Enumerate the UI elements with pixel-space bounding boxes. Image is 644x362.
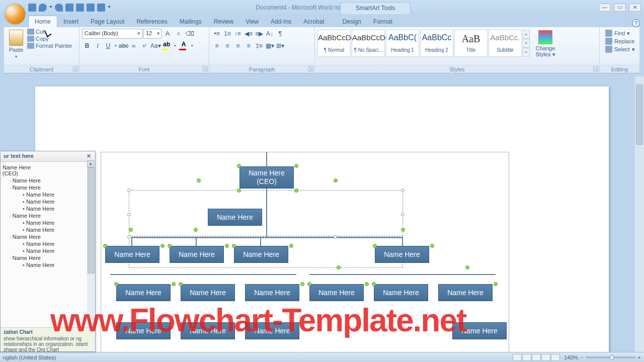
paragraph-launcher[interactable]: ↘	[308, 66, 313, 71]
align-right-button[interactable]: ≡	[233, 41, 243, 51]
tab-insert[interactable]: Insert	[57, 16, 85, 27]
resize-handle[interactable]	[372, 282, 376, 286]
tab-design[interactable]: Design	[337, 16, 367, 27]
tab-acrobat[interactable]: Acrobat	[297, 16, 330, 27]
node-row2[interactable]: Name Here	[170, 246, 224, 263]
node-row3[interactable]: Name Here	[309, 284, 364, 301]
resize-handle[interactable]	[225, 244, 229, 248]
node-row3[interactable]: Name Here	[116, 284, 171, 301]
justify-button[interactable]: ≡	[244, 41, 254, 51]
strikethrough-button[interactable]: abc	[118, 41, 128, 51]
resize-handle[interactable]	[300, 282, 304, 286]
resize-handle[interactable]	[494, 282, 498, 286]
smartart-canvas[interactable]: Name Here (CEO) Name Here Name Here Name…	[101, 152, 509, 353]
font-size-select[interactable]: 12	[143, 29, 162, 39]
tab-format[interactable]: Format	[367, 16, 398, 27]
text-pane-item[interactable]: Name Here	[1, 254, 95, 261]
status-language[interactable]: nglish (United States)	[3, 354, 56, 360]
node-ceo[interactable]: Name Here (CEO)	[239, 166, 294, 189]
style-normal[interactable]: AaBbCcDc¶ Normal	[317, 30, 351, 57]
change-styles-button[interactable]: Change Styles ▾	[533, 29, 558, 58]
selection-handle[interactable]	[334, 235, 337, 239]
save-icon[interactable]	[28, 4, 36, 12]
tab-home[interactable]: Home	[28, 16, 57, 27]
resize-handle[interactable]	[337, 265, 341, 269]
resize-handle[interactable]	[172, 282, 176, 286]
text-pane-item[interactable]: Name Here	[1, 233, 95, 240]
text-pane-root[interactable]: Name Here (CEO)	[1, 164, 95, 177]
underline-dropdown[interactable]: ▾	[114, 41, 118, 51]
resize-handle[interactable]	[168, 244, 172, 248]
undo-icon[interactable]	[39, 4, 47, 12]
zoom-out-button[interactable]: −	[580, 354, 583, 360]
node-assistant[interactable]: Name Here	[208, 209, 262, 226]
selection-handle[interactable]	[401, 213, 405, 216]
print-preview-icon[interactable]	[87, 4, 95, 12]
select-button[interactable]: Select ▾	[605, 46, 635, 53]
text-pane-item[interactable]: Name Here	[1, 261, 95, 268]
resize-handle[interactable]	[179, 282, 183, 286]
copy-button[interactable]: Copy	[27, 36, 72, 42]
shading-button[interactable]: ▦▾	[265, 41, 275, 51]
scroll-thumb[interactable]	[636, 84, 643, 145]
align-left-button[interactable]: ≡	[212, 41, 222, 51]
tab-page-layout[interactable]: Page Layout	[85, 16, 130, 27]
text-pane-item[interactable]: Name Here	[1, 212, 95, 219]
resize-handle[interactable]	[289, 244, 293, 248]
text-pane-item[interactable]: Name Here	[1, 184, 95, 191]
zoom-in-button[interactable]: +	[638, 354, 641, 360]
show-marks-button[interactable]: ¶	[275, 29, 285, 39]
text-pane-item[interactable]: Name Here	[1, 226, 95, 233]
font-launcher[interactable]: ↘	[203, 66, 208, 71]
help-icon[interactable]: ?	[632, 19, 640, 27]
replace-button[interactable]: Replace	[605, 38, 635, 45]
view-buttons[interactable]	[513, 354, 560, 361]
style-heading2[interactable]: AaBbCcHeading 2	[420, 30, 453, 57]
text-pane-item[interactable]: Name Here	[1, 191, 95, 198]
scroll-up-icon[interactable]: ▲	[87, 160, 94, 167]
qat-icon[interactable]	[65, 4, 73, 12]
resize-handle[interactable]	[114, 282, 118, 286]
numbering-button[interactable]: 1≡	[222, 29, 232, 39]
selection-handle[interactable]	[127, 213, 131, 216]
resize-handle[interactable]	[294, 164, 298, 168]
tab-view[interactable]: View	[239, 16, 265, 27]
node-row2[interactable]: Name Here	[375, 246, 429, 263]
clipboard-launcher[interactable]: ↘	[73, 66, 78, 71]
node-row4[interactable]: Name Here	[452, 322, 507, 339]
borders-button[interactable]: ⊞▾	[275, 41, 285, 51]
resize-handle[interactable]	[197, 178, 201, 183]
qat-icon[interactable]	[76, 4, 84, 12]
increase-indent-button[interactable]: ≡▶	[254, 29, 264, 39]
text-pane-item[interactable]: Name Here	[1, 177, 95, 184]
selection-handle[interactable]	[127, 189, 131, 192]
node-row2[interactable]: Name Here	[105, 246, 159, 263]
maximize-button[interactable]: ▭	[614, 4, 626, 12]
resize-handle[interactable]	[103, 244, 107, 248]
bullets-button[interactable]: •≡	[212, 29, 222, 39]
grow-font-button[interactable]: A	[163, 29, 173, 39]
superscript-button[interactable]: x²	[139, 41, 149, 51]
shrink-font-button[interactable]: A	[174, 29, 184, 39]
resize-handle[interactable]	[373, 244, 377, 248]
line-spacing-button[interactable]: ‡≡	[254, 41, 264, 51]
text-pane-item[interactable]: Name Here	[1, 240, 95, 247]
close-button[interactable]: ✕	[629, 4, 641, 12]
font-select[interactable]: Calibri (Body)	[82, 29, 142, 39]
cut-button[interactable]: Cut	[27, 29, 72, 35]
change-case-button[interactable]: Aa▾	[150, 41, 160, 51]
resize-handle[interactable]	[194, 228, 198, 232]
tab-references[interactable]: References	[130, 16, 173, 27]
resize-handle[interactable]	[160, 244, 165, 248]
text-pane-close[interactable]: ✕	[85, 153, 92, 160]
node-row3[interactable]: Name Here	[438, 284, 493, 301]
format-painter-button[interactable]: Format Painter	[27, 43, 72, 49]
bold-button[interactable]: B	[82, 41, 92, 51]
tab-review[interactable]: Review	[208, 16, 239, 27]
resize-handle[interactable]	[129, 228, 133, 232]
italic-button[interactable]: I	[93, 41, 103, 51]
node-row4[interactable]: Name Here	[245, 322, 299, 339]
styles-launcher[interactable]: ↘	[593, 66, 598, 71]
node-row3[interactable]: Name Here	[181, 284, 235, 301]
vertical-scrollbar[interactable]	[635, 76, 644, 352]
